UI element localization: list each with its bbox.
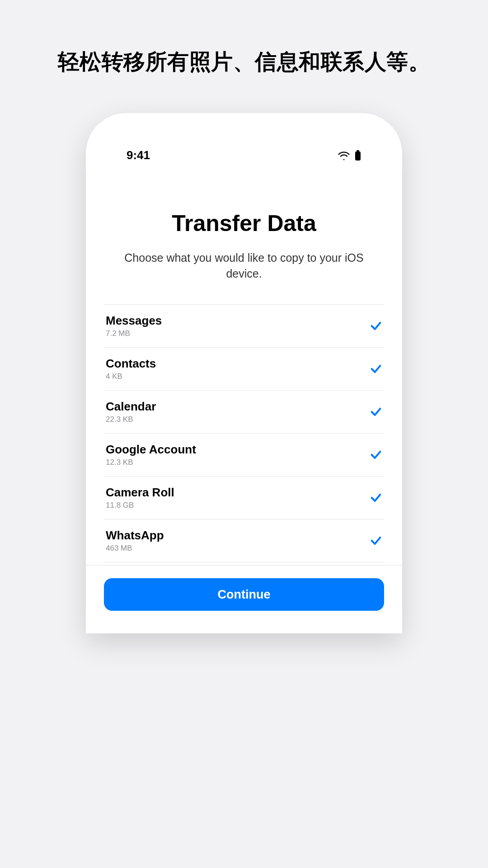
item-calendar[interactable]: Calendar 22.3 KB — [104, 390, 384, 433]
item-google-account[interactable]: Google Account 12.3 KB — [104, 433, 384, 476]
checkmark-icon — [370, 320, 382, 332]
screen-subtitle: Choose what you would like to copy to yo… — [104, 250, 384, 282]
continue-button[interactable]: Continue — [104, 578, 384, 611]
svg-rect-1 — [355, 151, 361, 160]
item-contacts[interactable]: Contacts 4 KB — [104, 347, 384, 390]
status-time: 9:41 — [127, 148, 150, 162]
button-bar: Continue — [86, 565, 402, 633]
screen-title: Transfer Data — [104, 210, 384, 236]
item-title: Calendar — [106, 400, 156, 414]
promo-headline: 轻松转移所有照片、信息和联系人等。 — [0, 47, 488, 76]
item-camera-roll[interactable]: Camera Roll 11.8 GB — [104, 476, 384, 519]
item-title: Contacts — [106, 357, 156, 371]
checkmark-icon — [370, 448, 382, 461]
item-size: 12.3 KB — [106, 458, 196, 467]
item-title: WhatsApp — [106, 528, 164, 542]
phone-frame: 9:41 Transfer Data Choose what you would… — [86, 113, 402, 633]
status-bar: 9:41 — [104, 113, 384, 162]
battery-icon — [354, 150, 361, 161]
item-size: 22.3 KB — [106, 415, 156, 424]
checkmark-icon — [370, 534, 382, 547]
checkmark-icon — [370, 491, 382, 504]
status-icons — [338, 150, 361, 161]
item-title: Messages — [106, 314, 162, 328]
checkmark-icon — [370, 406, 382, 418]
checkmark-icon — [370, 363, 382, 375]
item-size: 11.8 GB — [106, 501, 174, 510]
wifi-icon — [338, 151, 350, 160]
item-size: 4 KB — [106, 372, 156, 381]
item-title: Google Account — [106, 443, 196, 457]
item-title: Camera Roll — [106, 486, 174, 500]
svg-rect-0 — [357, 150, 359, 151]
item-messages[interactable]: Messages 7.2 MB — [104, 304, 384, 347]
item-size: 7.2 MB — [106, 329, 162, 338]
item-whatsapp[interactable]: WhatsApp 463 MB — [104, 519, 384, 562]
item-size: 463 MB — [106, 544, 164, 553]
